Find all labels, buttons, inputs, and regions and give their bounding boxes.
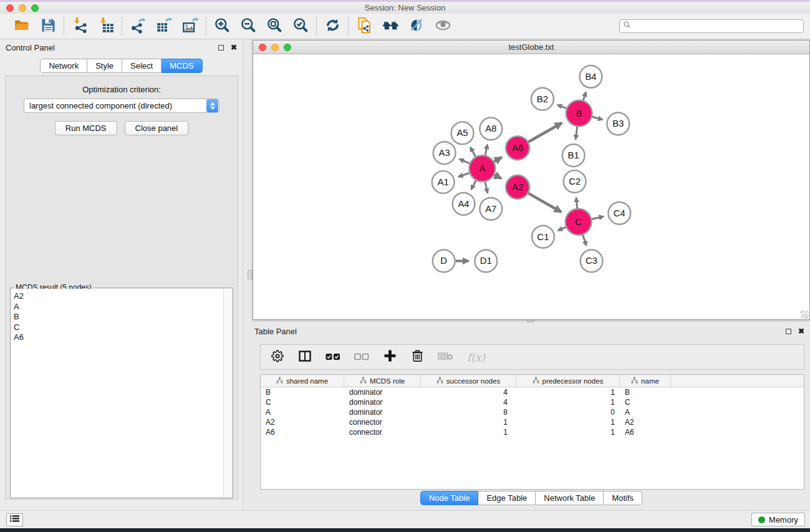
graph-node-C1[interactable]: C1 — [532, 226, 554, 248]
table-tab-edge-table[interactable]: Edge Table — [478, 491, 536, 505]
table-row[interactable]: A6connector11A6 — [261, 427, 804, 437]
graph-node-A[interactable]: A — [469, 155, 495, 181]
graph-edge-A-A8[interactable] — [485, 145, 488, 155]
graph-edge-A-A5[interactable] — [470, 147, 475, 157]
graph-node-A6[interactable]: A6 — [506, 136, 529, 160]
show-columns-button[interactable] — [298, 350, 312, 365]
graph-node-B2[interactable]: B2 — [531, 88, 554, 110]
graph-node-B1[interactable]: B1 — [562, 144, 585, 167]
table-row[interactable]: Bdominator41B — [261, 387, 804, 397]
delete-column-button[interactable] — [410, 350, 424, 365]
graph-node-B3[interactable]: B3 — [607, 113, 629, 135]
graph-node-A3[interactable]: A3 — [433, 142, 456, 164]
mcds-result-item[interactable]: A6 — [14, 332, 221, 343]
graph-edge-A-A6[interactable] — [494, 157, 501, 162]
table-tab-network-table[interactable]: Network Table — [536, 491, 604, 505]
mcds-result-item[interactable]: B — [14, 312, 221, 322]
column-header-shared-name[interactable]: shared name — [261, 375, 344, 387]
run-mcds-button[interactable]: Run MCDS — [55, 121, 117, 135]
memory-button[interactable]: Memory — [751, 513, 805, 526]
zoom-fit-button[interactable] — [264, 16, 284, 36]
graph-edge-A-A2[interactable] — [494, 175, 501, 178]
graph-edge-A-A7[interactable] — [485, 182, 488, 193]
graph-node-A4[interactable]: A4 — [453, 193, 475, 215]
graph-node-A5[interactable]: A5 — [451, 122, 474, 144]
unselect-all-columns-button[interactable] — [354, 350, 369, 365]
function-builder-button[interactable]: f(x) — [467, 350, 485, 365]
graph-edge-A2-C[interactable] — [528, 193, 561, 212]
export-table-button[interactable] — [154, 16, 174, 36]
graph-edge-C-C1[interactable] — [558, 227, 566, 230]
column-header-mcds-role[interactable]: MCDS role — [344, 375, 421, 387]
delete-table-button[interactable] — [438, 350, 453, 365]
graph-node-A7[interactable]: A7 — [480, 198, 502, 220]
import-network-button[interactable] — [70, 16, 90, 36]
graph-node-A2[interactable]: A2 — [506, 175, 529, 199]
table-row[interactable]: Cdominator41C — [261, 397, 804, 407]
select-all-columns-button[interactable] — [325, 350, 340, 365]
table-tab-node-table[interactable]: Node Table — [420, 491, 479, 505]
table-tab-motifs[interactable]: Motifs — [604, 491, 642, 505]
graph-node-C2[interactable]: C2 — [564, 170, 586, 193]
graph-node-D1[interactable]: D1 — [475, 250, 497, 273]
criterion-select[interactable]: largest connected component (directed) — [24, 99, 219, 113]
tab-network[interactable]: Network — [40, 59, 87, 73]
graph-edge-A6-B[interactable] — [528, 123, 561, 142]
vertical-scrollbar-thumb[interactable] — [248, 270, 253, 279]
column-header-successor-nodes[interactable]: successor nodes — [421, 375, 516, 387]
graph-edge-B-B2[interactable] — [557, 105, 566, 109]
graph-edge-A-A4[interactable] — [471, 181, 476, 190]
graph-node-A8[interactable]: A8 — [480, 118, 502, 140]
open-session-button[interactable] — [12, 16, 32, 36]
global-search-field[interactable] — [619, 19, 804, 33]
refresh-button[interactable] — [322, 16, 342, 36]
graph-node-A1[interactable]: A1 — [432, 171, 455, 193]
graph-edge-B-B1[interactable] — [576, 127, 577, 139]
export-network-button[interactable] — [128, 16, 148, 36]
tab-select[interactable]: Select — [122, 59, 162, 73]
tab-style[interactable]: Style — [87, 59, 122, 73]
graph-edge-C-C4[interactable] — [592, 216, 604, 219]
zoom-in-button[interactable] — [212, 16, 232, 36]
mcds-result-list[interactable]: A2ABCA6 — [11, 289, 223, 497]
zoom-selected-button[interactable] — [291, 16, 311, 36]
graph-node-B[interactable]: B — [566, 100, 592, 127]
result-list-scrollbar[interactable] — [223, 289, 232, 497]
zoom-out-button[interactable] — [238, 16, 258, 36]
search-input[interactable] — [632, 22, 800, 31]
graph-node-D[interactable]: D — [433, 250, 455, 273]
graph-node-C4[interactable]: C4 — [608, 202, 630, 225]
import-table-button[interactable] — [96, 16, 116, 36]
mcds-result-item[interactable]: A2 — [14, 291, 221, 302]
mcds-result-item[interactable]: A — [14, 302, 221, 312]
clone-network-view-button[interactable] — [354, 16, 374, 36]
graph-edge-C-C3[interactable] — [583, 235, 587, 246]
table-settings-button[interactable] — [271, 350, 284, 365]
graph-edge-C-C2[interactable] — [576, 198, 577, 208]
toggle-graphics-details-button[interactable] — [407, 16, 427, 36]
float-panel-icon[interactable] — [218, 45, 224, 51]
graph-node-B4[interactable]: B4 — [580, 65, 602, 88]
table-row[interactable]: A2connector11A2 — [261, 417, 804, 427]
column-header-predecessor-nodes[interactable]: predecessor nodes — [516, 375, 620, 387]
save-session-button[interactable] — [38, 16, 58, 36]
add-column-button[interactable] — [383, 350, 397, 365]
graph-edge-B-B3[interactable] — [592, 117, 603, 119]
close-panel-icon[interactable]: ✖ — [231, 44, 237, 51]
close-table-panel-icon[interactable]: ✖ — [798, 327, 804, 335]
birds-eye-view-button[interactable] — [433, 16, 453, 36]
float-table-panel-icon[interactable] — [786, 329, 791, 334]
column-header-name[interactable]: name — [620, 375, 671, 387]
graph-edge-A-A3[interactable] — [460, 159, 470, 163]
graph-node-C3[interactable]: C3 — [581, 250, 603, 273]
window-resize-grip[interactable] — [801, 311, 809, 319]
graph-node-C[interactable]: C — [566, 209, 592, 235]
tab-mcds[interactable]: MCDS — [162, 59, 202, 73]
homes-button[interactable] — [380, 16, 400, 36]
graph-edge-B-B4[interactable] — [583, 92, 586, 100]
graph-edge-A-A1[interactable] — [458, 173, 470, 177]
close-panel-button[interactable]: Close panel — [125, 121, 189, 135]
table-row[interactable]: Adominator80A — [261, 407, 804, 417]
show-panels-button[interactable] — [6, 513, 23, 526]
mcds-result-item[interactable]: C — [14, 322, 221, 333]
